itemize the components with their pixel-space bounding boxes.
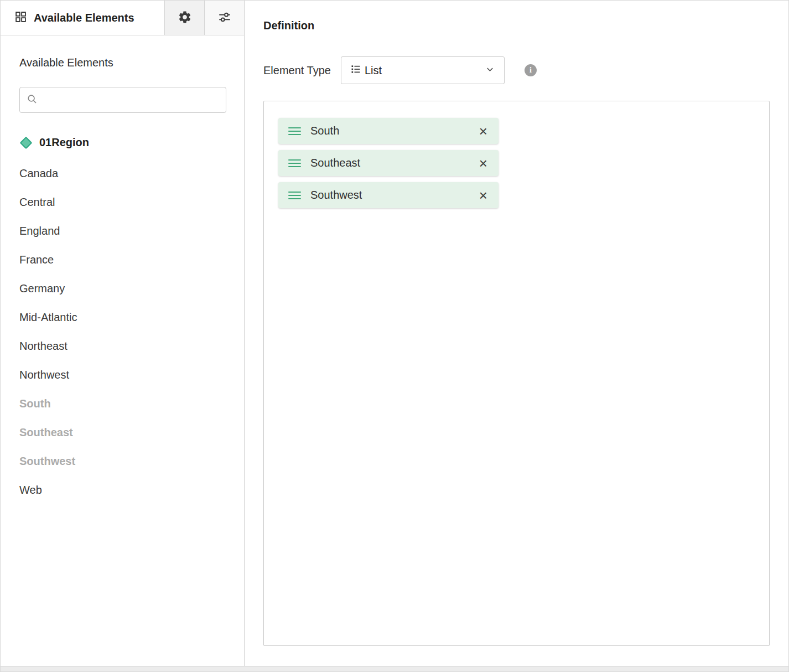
element-item[interactable]: Mid-Atlantic: [19, 303, 226, 332]
element-item[interactable]: England: [19, 216, 226, 245]
gear-icon: [178, 10, 192, 26]
selected-element-chip[interactable]: Southwest ×: [278, 182, 499, 208]
element-item[interactable]: Northwest: [19, 360, 226, 389]
chip-label: Southwest: [310, 189, 478, 201]
element-item[interactable]: France: [19, 245, 226, 274]
chip-label: Southeast: [310, 157, 478, 169]
panel-title: Available Elements: [34, 12, 134, 24]
search-box: [19, 87, 226, 113]
dialog-bottom-edge: [1, 666, 788, 671]
info-icon[interactable]: i: [525, 64, 537, 76]
attribute-diamond-icon: [20, 136, 33, 149]
drag-handle-icon[interactable]: [288, 127, 301, 135]
selected-elements-area[interactable]: South × Southeast × Southwest ×: [263, 101, 770, 646]
definition-title: Definition: [263, 19, 769, 32]
remove-icon[interactable]: ×: [478, 188, 489, 203]
element-item-selected: South: [19, 389, 226, 418]
definition-panel: Definition Element Type List: [245, 1, 788, 667]
element-picker-dialog: Available Elements: [0, 0, 789, 672]
settings-button[interactable]: [164, 1, 204, 35]
list-icon: [350, 64, 361, 77]
element-item-selected: Southwest: [19, 447, 226, 475]
search-input[interactable]: [43, 94, 219, 106]
element-item[interactable]: Northeast: [19, 332, 226, 360]
attribute-name: 01Region: [39, 136, 89, 149]
attribute-row[interactable]: 01Region: [19, 136, 226, 149]
selected-element-chip[interactable]: South ×: [278, 118, 499, 144]
panel-body: Available Elements 01Region Canada Centr…: [1, 35, 244, 504]
element-item[interactable]: Canada: [19, 159, 226, 188]
element-item[interactable]: Germany: [19, 274, 226, 303]
element-type-value: List: [365, 64, 485, 77]
grid-icon: [15, 11, 27, 25]
chevron-down-icon: [485, 64, 495, 77]
section-title: Available Elements: [19, 56, 226, 69]
panel-title-cell: Available Elements: [1, 1, 164, 35]
sliders-icon: [217, 10, 232, 26]
element-item[interactable]: Central: [19, 188, 226, 216]
element-type-dropdown[interactable]: List: [341, 56, 505, 84]
element-item[interactable]: Web: [19, 475, 226, 504]
search-icon: [27, 94, 38, 107]
element-type-row: Element Type List: [263, 56, 769, 84]
display-options-button[interactable]: [204, 1, 244, 35]
chip-label: South: [310, 125, 478, 137]
available-elements-panel: Available Elements: [1, 1, 245, 667]
remove-icon[interactable]: ×: [478, 156, 489, 170]
selected-element-chip[interactable]: Southeast ×: [278, 150, 499, 176]
panel-header: Available Elements: [1, 1, 244, 35]
remove-icon[interactable]: ×: [478, 124, 489, 138]
drag-handle-icon[interactable]: [288, 192, 301, 199]
element-type-label: Element Type: [263, 64, 331, 77]
element-item-selected: Southeast: [19, 418, 226, 447]
available-elements-list: Canada Central England France Germany Mi…: [19, 159, 226, 504]
drag-handle-icon[interactable]: [288, 159, 301, 167]
